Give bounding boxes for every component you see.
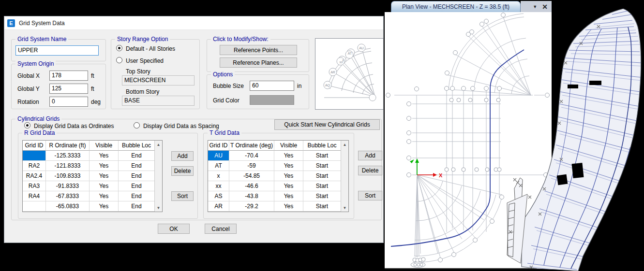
grid-cell[interactable]: Start — [303, 191, 341, 201]
cancel-button[interactable]: Cancel — [205, 224, 237, 234]
grid-cell[interactable]: End — [119, 171, 154, 181]
dialog-titlebar[interactable]: E Grid System Data — [4, 16, 383, 30]
global-y-input[interactable]: 125 — [49, 84, 88, 94]
grid-cell[interactable]: -125.3333 — [46, 151, 90, 161]
quick-start-button[interactable]: Quick Start New Cylindrical Grids — [274, 119, 380, 130]
grid-cell[interactable]: RA2 — [23, 161, 46, 171]
bubble-size-input[interactable]: 60 — [250, 81, 294, 91]
reference-planes-button[interactable]: Reference Planes... — [220, 57, 297, 68]
t-grid-scrollbar[interactable]: ▲ ▼ — [341, 141, 348, 212]
grid-color-swatch[interactable] — [250, 95, 294, 105]
grid-cell[interactable]: -67.8333 — [46, 191, 90, 201]
grid-cell[interactable]: Yes — [274, 171, 303, 181]
r-grid-scrollbar[interactable]: ▲ ▼ — [154, 141, 162, 212]
screen: E Grid System Data Grid System Name UPPE… — [0, 0, 644, 271]
scroll-down-icon[interactable]: ▼ — [341, 204, 348, 212]
display-spacing-label: Display Grid Data as Spacing — [143, 123, 219, 129]
grid-cell[interactable]: Yes — [90, 151, 119, 161]
column-header[interactable]: Bubble Loc — [303, 141, 341, 151]
t-grid-delete-button[interactable]: Delete — [358, 166, 382, 175]
t-grid-add-button[interactable]: Add — [358, 151, 382, 160]
default-all-stories-radio[interactable] — [116, 45, 122, 51]
grid-cell[interactable]: -65.0833 — [46, 201, 90, 212]
table-row: AU-70.4YesStart — [208, 151, 341, 161]
grid-cell[interactable]: -59 — [229, 161, 274, 171]
grid-cell[interactable]: End — [119, 191, 154, 201]
column-header[interactable]: Bubble Loc — [119, 141, 154, 151]
grid-cell[interactable]: xx — [208, 181, 229, 191]
display-spacing-radio[interactable] — [134, 122, 140, 128]
grid-cell[interactable]: RA2.4 — [23, 171, 46, 181]
grid-cell[interactable]: -29.2 — [229, 201, 274, 212]
grid-cell[interactable]: Start — [303, 161, 341, 171]
story-range-group: Story Range Option Default - All Stories… — [111, 39, 200, 109]
grid-cell[interactable]: AU — [208, 151, 229, 161]
grid-cell[interactable]: Yes — [90, 201, 119, 212]
window-menu-chevron-icon[interactable]: ▼ — [533, 4, 537, 9]
bubble-size-unit: in — [297, 83, 301, 89]
blue-spline-curve[interactable] — [391, 50, 524, 246]
grid-cell[interactable]: Yes — [274, 201, 303, 212]
grid-cell[interactable]: -70.4 — [229, 151, 274, 161]
grid-cell[interactable]: Yes — [274, 191, 303, 201]
t-grid-group: T Grid Data Grid ID T Ordinate (deg) Vis… — [203, 133, 354, 219]
scroll-down-icon[interactable]: ▼ — [155, 204, 162, 212]
r-grid-group: R Grid Data Grid ID R Ordinate (ft) Visi… — [18, 133, 198, 219]
grid-cell[interactable]: Yes — [90, 171, 119, 181]
grid-cell[interactable]: RA3 — [23, 181, 46, 191]
column-header[interactable]: Grid ID — [23, 141, 46, 151]
grid-cell[interactable]: -46.6 — [229, 181, 274, 191]
table-row: xx-46.6YesStart — [208, 181, 341, 191]
column-header[interactable]: R Ordinate (ft) — [46, 141, 90, 151]
grid-cell[interactable]: x — [208, 171, 229, 181]
t-grid-sort-button[interactable]: Sort — [358, 191, 382, 200]
r-grid-delete-button[interactable]: Delete — [171, 166, 194, 176]
display-ordinates-radio[interactable] — [24, 122, 30, 128]
column-header[interactable]: T Ordinate (deg) — [229, 141, 274, 151]
grid-system-name-input[interactable]: UPPER — [15, 45, 99, 56]
grid-cell[interactable]: End — [119, 161, 154, 171]
grid-cell[interactable]: Start — [303, 201, 341, 212]
ok-button[interactable]: OK — [158, 224, 190, 234]
grid-cell[interactable]: End — [119, 151, 154, 161]
grid-cell[interactable]: -91.8333 — [46, 181, 90, 191]
column-header[interactable]: Grid ID — [208, 141, 229, 151]
grid-cell[interactable]: -121.8333 — [46, 161, 90, 171]
top-story-field[interactable]: MECHSCREEN — [122, 75, 195, 86]
grid-cell[interactable]: AR — [208, 201, 229, 212]
window-close-icon[interactable]: ✕ — [542, 3, 548, 11]
grid-cell[interactable]: Yes — [90, 181, 119, 191]
grid-cell[interactable]: Yes — [90, 191, 119, 201]
grid-cell[interactable]: Start — [303, 151, 341, 161]
grid-cell[interactable]: Start — [303, 171, 341, 181]
reference-points-button[interactable]: Reference Points... — [220, 45, 297, 55]
user-specified-radio[interactable] — [116, 57, 122, 63]
scroll-up-icon[interactable]: ▲ — [341, 141, 348, 148]
grid-cell[interactable]: Yes — [274, 161, 303, 171]
r-grid-add-button[interactable]: Add — [171, 151, 194, 161]
grid-cell[interactable]: AT — [208, 161, 229, 171]
r-grid-sort-button[interactable]: Sort — [171, 191, 194, 201]
grid-cell[interactable]: End — [119, 201, 154, 212]
bottom-story-field[interactable]: BASE — [122, 96, 195, 106]
grid-cell[interactable]: Start — [303, 181, 341, 191]
grid-cell[interactable]: AS — [208, 191, 229, 201]
grid-cell[interactable]: Yes — [274, 151, 303, 161]
scroll-up-icon[interactable]: ▲ — [155, 141, 162, 148]
grid-cell[interactable] — [23, 151, 46, 161]
global-x-input[interactable]: 178 — [49, 71, 88, 81]
rotation-input[interactable]: 0 — [49, 97, 88, 107]
column-header[interactable]: Visible — [90, 141, 119, 151]
grid-cell[interactable]: -54.85 — [229, 171, 274, 181]
grid-cell[interactable]: -109.8333 — [46, 171, 90, 181]
grid-cell[interactable]: RA4 — [23, 191, 46, 201]
grid-cell[interactable] — [23, 201, 46, 212]
t-grid-header-row: Grid ID T Ordinate (deg) Visible Bubble … — [208, 141, 341, 151]
grid-cell[interactable]: End — [119, 181, 154, 191]
grid-cell[interactable]: Yes — [274, 181, 303, 191]
plan-view-tab[interactable]: Plan View - MECHSCREEN - Z = 38.5 (ft) — [391, 1, 521, 12]
grid-cell[interactable]: Yes — [90, 161, 119, 171]
column-header[interactable]: Visible — [274, 141, 303, 151]
table-row: AS-43.8YesStart — [208, 191, 341, 201]
grid-cell[interactable]: -43.8 — [229, 191, 274, 201]
